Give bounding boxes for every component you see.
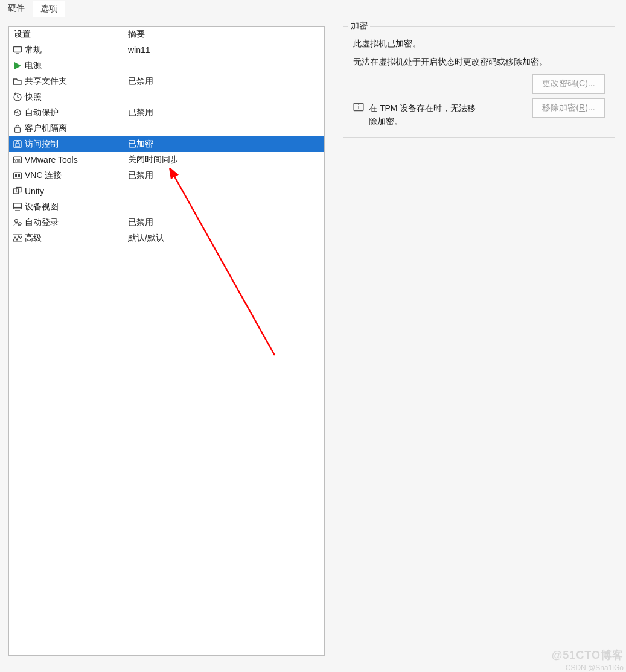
encryption-groupbox: 加密 此虚拟机已加密。 无法在虚拟机处于开启状态时更改密码或移除加密。 更改密码… <box>343 26 615 138</box>
settings-row-folder[interactable]: 共享文件夹已禁用 <box>9 74 324 89</box>
svg-point-19 <box>19 223 21 225</box>
svg-text:vm: vm <box>14 158 21 162</box>
settings-row-label: 常规 <box>25 45 42 55</box>
play-icon <box>13 61 22 71</box>
svg-point-18 <box>15 220 18 223</box>
clock-snap-icon <box>13 92 22 102</box>
tab-hardware[interactable]: 硬件 <box>0 0 33 17</box>
advanced-icon <box>13 233 22 243</box>
settings-row-play[interactable]: 电源 <box>9 58 324 74</box>
settings-row-label: Unity <box>25 186 44 196</box>
svg-rect-15 <box>14 203 22 209</box>
encrypted-status-text: 此虚拟机已加密。 <box>353 37 605 51</box>
svg-rect-10 <box>18 174 20 176</box>
header-summary: 摘要 <box>127 29 324 40</box>
shield-icon <box>13 139 22 149</box>
svg-rect-8 <box>14 173 22 179</box>
settings-row-autologin[interactable]: 自动登录已禁用 <box>9 215 324 230</box>
svg-rect-3 <box>15 128 21 132</box>
settings-row-summary: 已禁用 <box>127 170 324 181</box>
svg-rect-9 <box>15 174 17 176</box>
encrypted-warning-text: 无法在虚拟机处于开启状态时更改密码或移除加密。 <box>353 55 605 69</box>
settings-row-label: 设备视图 <box>25 201 59 212</box>
settings-list: 设置 摘要 常规win11电源共享文件夹已禁用快照自动保护已禁用客户机隔离访问控… <box>8 26 325 656</box>
right-panel: 加密 此虚拟机已加密。 无法在虚拟机处于开启状态时更改密码或移除加密。 更改密码… <box>343 26 615 663</box>
settings-row-label: 客户机隔离 <box>25 123 67 134</box>
tpm-info-text: 在 TPM 设备存在时，无法移除加密。 <box>369 102 477 128</box>
settings-row-shield[interactable]: 访问控制已加密 <box>9 136 324 152</box>
settings-row-advanced[interactable]: 高级默认/默认 <box>9 230 324 246</box>
groupbox-title: 加密 <box>348 21 370 31</box>
settings-row-label: 共享文件夹 <box>25 76 67 87</box>
settings-row-summary: 已禁用 <box>127 76 324 87</box>
settings-row-summary: 默认/默认 <box>127 233 324 244</box>
tab-options[interactable]: 选项 <box>33 1 65 17</box>
settings-row-label: 高级 <box>25 233 42 244</box>
svg-rect-11 <box>15 176 17 177</box>
vm-icon: vm <box>13 155 22 165</box>
header-setting: 设置 <box>9 29 127 40</box>
settings-row-clock-snap[interactable]: 快照 <box>9 89 324 105</box>
settings-row-summary: win11 <box>127 45 324 55</box>
info-icon: i <box>353 102 364 113</box>
history-icon <box>13 108 22 118</box>
settings-row-label: VMware Tools <box>25 155 78 165</box>
folder-icon <box>13 77 22 86</box>
settings-row-summary: 关闭时间同步 <box>127 154 324 165</box>
settings-row-unity[interactable]: Unity <box>9 183 324 199</box>
change-password-button[interactable]: 更改密码(C)... <box>532 74 605 94</box>
device-view-icon <box>13 202 22 212</box>
watermark-51cto: @51CTO博客 <box>552 648 624 662</box>
svg-text:i: i <box>358 104 360 111</box>
settings-row-history[interactable]: 自动保护已禁用 <box>9 105 324 121</box>
settings-row-label: 快照 <box>25 92 42 103</box>
svg-rect-5 <box>16 144 19 147</box>
settings-row-summary: 已禁用 <box>127 217 324 228</box>
watermark-csdn: CSDN @Sna1lGo <box>566 664 624 672</box>
settings-row-label: 自动保护 <box>25 107 59 118</box>
settings-row-device-view[interactable]: 设备视图 <box>9 199 324 215</box>
settings-row-summary: 已禁用 <box>127 107 324 118</box>
settings-row-vm[interactable]: vmVMware Tools关闭时间同步 <box>9 152 324 168</box>
list-header: 设置 摘要 <box>9 27 324 42</box>
autologin-icon <box>13 218 22 227</box>
remove-encryption-button[interactable]: 移除加密(R)... <box>532 98 605 118</box>
settings-row-label: 自动登录 <box>25 217 59 228</box>
settings-row-monitor[interactable]: 常规win11 <box>9 42 324 58</box>
settings-row-label: 访问控制 <box>25 139 59 150</box>
monitor-icon <box>13 45 22 55</box>
vnc-icon <box>13 171 22 180</box>
unity-icon <box>13 186 22 196</box>
tab-bar: 硬件 选项 <box>0 0 626 17</box>
svg-rect-12 <box>18 176 20 177</box>
content-area: 设置 摘要 常规win11电源共享文件夹已禁用快照自动保护已禁用客户机隔离访问控… <box>0 17 626 671</box>
settings-row-label: 电源 <box>25 60 42 71</box>
svg-rect-0 <box>14 47 22 52</box>
lock-icon <box>13 124 22 133</box>
settings-row-vnc[interactable]: VNC 连接已禁用 <box>9 168 324 183</box>
settings-row-label: VNC 连接 <box>25 170 62 181</box>
settings-row-summary: 已加密 <box>127 139 324 150</box>
settings-row-lock[interactable]: 客户机隔离 <box>9 121 324 136</box>
